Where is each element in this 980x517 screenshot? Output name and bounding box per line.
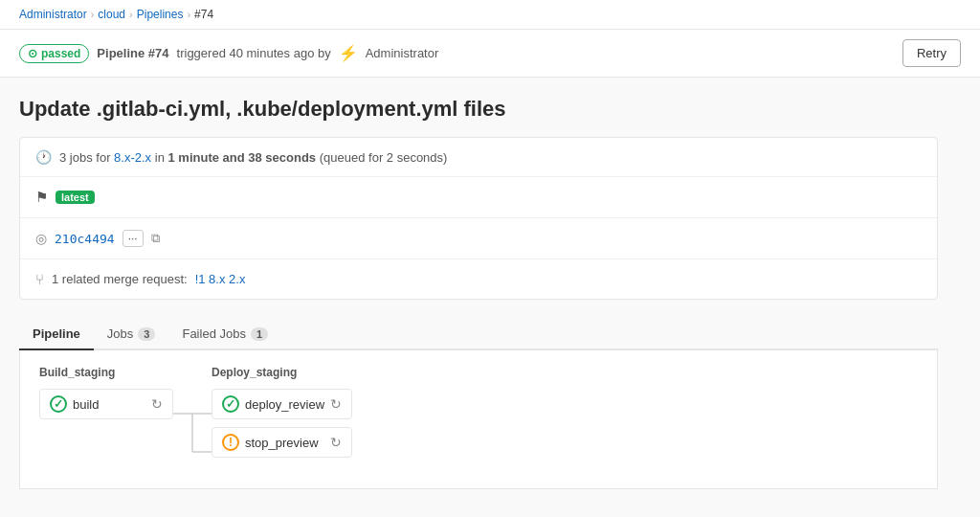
passed-icon: ⊙ [28,47,37,60]
tab-jobs-count: 3 [138,327,155,341]
pipeline-number: #74 [148,46,169,60]
merge-icon: ⑂ [35,271,44,287]
pipeline-header-bar: ⊙ passed Pipeline #74 triggered 40 minut… [0,30,980,78]
breadcrumb-sep-2: › [129,9,133,20]
jobs-info-row: 🕐 3 jobs for 8.x-2.x in 1 minute and 38 … [20,138,937,177]
tab-failed-jobs[interactable]: Failed Jobs 1 [168,319,281,350]
job-build-status-icon: ✓ [50,395,67,413]
stage-connector [173,396,212,473]
connector-svg [173,396,212,473]
commit-icon: ◎ [35,231,47,246]
stage-deploy-staging: Deploy_staging ✓ deploy_review ↻ ! stop_… [212,366,352,458]
job-build-name: build [73,397,99,412]
job-stop-preview-name: stop_preview [245,436,319,450]
breadcrumb-administrator[interactable]: Administrator [19,8,87,21]
job-build-retry-icon[interactable]: ↻ [151,396,163,412]
page-title: Update .gitlab-ci.yml, .kube/deployment.… [19,97,938,122]
job-build[interactable]: ✓ build ↻ [39,389,173,419]
breadcrumb-pipelines[interactable]: Pipelines [137,8,184,21]
tab-jobs-label: Jobs [107,326,133,341]
flag-row: ⚑ latest [20,177,937,218]
tab-pipeline[interactable]: Pipeline [19,319,94,350]
job-deploy-review-name: deploy_review [245,397,324,412]
job-deploy-review[interactable]: ✓ deploy_review ↻ [212,389,352,419]
pipeline-graph: Build_staging ✓ build ↻ [19,350,938,489]
job-deploy-review-status-icon: ✓ [222,395,239,413]
commit-hash-link[interactable]: 210c4494 [55,232,115,246]
branch-link[interactable]: 8.x-2.x [114,150,151,165]
tab-jobs[interactable]: Jobs 3 [94,319,169,350]
stage-deploy-staging-jobs: ✓ deploy_review ↻ ! stop_preview ↻ [212,389,352,458]
job-stop-preview[interactable]: ! stop_preview ↻ [212,427,352,458]
clock-icon: 🕐 [35,149,52,165]
pipeline-author: Administrator [366,46,439,60]
pipeline-status-badge: ⊙ passed [19,44,89,63]
bot-icon: ⚡ [339,44,358,62]
copy-hash-button[interactable]: ⧉ [151,231,160,246]
tab-failed-jobs-label: Failed Jobs [182,326,245,341]
tab-pipeline-label: Pipeline [33,326,80,341]
flag-icon: ⚑ [35,189,48,206]
breadcrumb-cloud[interactable]: cloud [98,8,125,21]
breadcrumb: Administrator › cloud › Pipelines › #74 [0,0,980,30]
triggered-text: triggered 40 minutes ago by [177,46,331,60]
jobs-text: 3 jobs for 8.x-2.x in 1 minute and 38 se… [59,150,447,165]
info-box: 🕐 3 jobs for 8.x-2.x in 1 minute and 38 … [19,137,938,300]
job-stop-preview-status-icon: ! [222,434,239,451]
stages-container: Build_staging ✓ build ↻ [39,366,918,473]
stage-deploy-staging-title: Deploy_staging [212,366,352,379]
merge-request-link[interactable]: !1 8.x 2.x [195,272,246,286]
retry-button[interactable]: Retry [902,39,961,67]
commit-ellipsis-button[interactable]: ··· [122,230,144,247]
breadcrumb-current: #74 [194,8,213,21]
latest-badge: latest [56,191,95,204]
pipeline-header-left: ⊙ passed Pipeline #74 triggered 40 minut… [19,44,438,63]
main-content: Update .gitlab-ci.yml, .kube/deployment.… [0,78,957,489]
merge-request-row: ⑂ 1 related merge request: !1 8.x 2.x [20,259,937,299]
merge-text-prefix: 1 related merge request: [52,272,188,286]
stage-build-staging-jobs: ✓ build ↻ [39,389,173,419]
commit-row: ◎ 210c4494 ··· ⧉ [20,218,937,259]
duration-text: 1 minute and 38 seconds [167,150,316,165]
job-stop-preview-retry-icon[interactable]: ↻ [330,435,342,450]
tab-failed-jobs-count: 1 [251,327,268,341]
tabs-bar: Pipeline Jobs 3 Failed Jobs 1 [19,319,938,350]
pipeline-word: Pipeline [97,46,145,60]
stage-build-staging-title: Build_staging [39,366,173,379]
job-deploy-review-retry-icon[interactable]: ↻ [330,396,342,412]
pipeline-label: Pipeline #74 [97,46,168,60]
stage-build-staging: Build_staging ✓ build ↻ [39,366,173,419]
breadcrumb-sep-3: › [187,9,190,20]
passed-label: passed [41,47,80,60]
breadcrumb-sep-1: › [91,9,95,20]
